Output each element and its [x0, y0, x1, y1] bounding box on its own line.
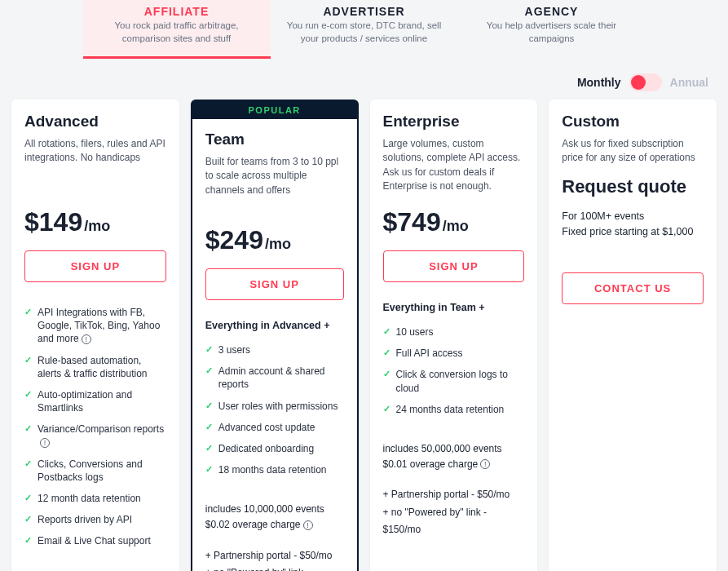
pricing-grid: Advanced All rotations, filers, rules an… [0, 100, 728, 571]
list-item: 18 months data retention [205, 459, 344, 480]
list-item: API Integrations with FB, Google, TikTok… [24, 302, 166, 350]
plan-team: POPULAR Team Built for teams from 3 to 1… [191, 100, 359, 571]
quote-sub: For 100M+ events Fixed price starting at… [562, 209, 704, 240]
plan-desc: Large volumes, custom solutions, complet… [383, 137, 525, 196]
addons-block: + Partnership portal - $50/mo + no "Powe… [383, 486, 525, 539]
includes-block: includes 50,000,000 events $0.01 overage… [383, 441, 525, 471]
billing-switch[interactable] [629, 73, 662, 91]
list-item: 24 months data retention [383, 399, 525, 420]
list-item: 10 users [383, 321, 525, 343]
list-item: Reports driven by API [24, 509, 166, 530]
request-quote-title: Request quote [562, 176, 704, 197]
addons-block: + Partnership portal - $50/mo + no "Powe… [205, 547, 344, 571]
addon-item: + no "Powered by" link - $150/mo [383, 504, 525, 539]
audience-tabs: AFFILIATE You rock paid traffic arbitrag… [0, 0, 728, 59]
plan-enterprise: Enterprise Large volumes, custom solutio… [370, 100, 538, 571]
list-item: Rule-based automation, alerts & traffic … [24, 350, 166, 384]
plan-advanced: Advanced All rotations, filers, rules an… [11, 100, 179, 571]
price-period: /mo [265, 236, 291, 253]
plan-desc: Ask us for fixed subscription price for … [562, 137, 704, 171]
tab-title: AFFILIATE [99, 5, 254, 18]
features-lead: Everything in Advanced + [205, 320, 344, 331]
feature-list: 3 users Admin account & shared reports U… [205, 339, 344, 480]
signup-button[interactable]: SIGN UP [24, 250, 166, 282]
list-item: Auto-optimization and Smartlinks [24, 384, 166, 418]
plan-name: Team [205, 131, 344, 148]
list-item: Full API access [383, 343, 525, 364]
includes-overage: $0.01 overage charge! [383, 457, 525, 472]
includes-overage: $0.02 overage charge! [205, 517, 344, 533]
billing-monthly-label[interactable]: Monthly [577, 76, 621, 89]
popular-badge: POPULAR [192, 101, 357, 119]
includes-events: includes 50,000,000 events [383, 441, 525, 457]
tab-affiliate[interactable]: AFFILIATE You rock paid traffic arbitrag… [83, 0, 271, 59]
billing-toggle: Monthly Annual [0, 59, 728, 100]
includes-block: includes 10,000,000 events $0.02 overage… [205, 502, 344, 532]
price-period: /mo [443, 218, 469, 235]
price: $249 [205, 225, 263, 255]
contact-us-button[interactable]: CONTACT US [562, 272, 704, 304]
info-icon[interactable]: ! [82, 334, 91, 344]
list-item: User roles with permissions [205, 396, 344, 417]
billing-annual-label[interactable]: Annual [670, 76, 708, 89]
info-icon[interactable]: ! [40, 438, 50, 448]
list-item: Email & Live Chat support [24, 530, 166, 551]
list-item: Advanced cost update [205, 417, 344, 438]
tab-title: ADVERTISER [287, 5, 442, 18]
feature-list: API Integrations with FB, Google, TikTok… [24, 302, 166, 552]
plan-custom: Custom Ask us for fixed subscription pri… [549, 100, 717, 571]
addon-item: + Partnership portal - $50/mo [205, 547, 344, 565]
price-row: $749 /mo [383, 207, 525, 237]
info-icon[interactable]: ! [480, 459, 490, 469]
list-item: Variance/Comparison reports! [24, 418, 166, 453]
plan-name: Custom [562, 113, 704, 131]
plan-desc: All rotations, filers, rules and API int… [24, 137, 166, 196]
tab-agency[interactable]: AGENCY You help advertisers scale their … [458, 0, 646, 59]
feature-list: 10 users Full API access Click & convers… [383, 321, 525, 420]
list-item: Click & conversion logs to cloud [383, 364, 525, 398]
tab-title: AGENCY [474, 5, 629, 18]
tab-subtitle: You rock paid traffic arbitrage, compari… [99, 20, 254, 45]
includes-events: includes 10,000,000 events [205, 502, 344, 517]
list-item: 12 month data retention [24, 488, 166, 509]
price-period: /mo [84, 218, 110, 235]
list-item: Admin account & shared reports [205, 361, 344, 395]
plan-name: Advanced [24, 113, 166, 131]
info-icon[interactable]: ! [303, 520, 313, 530]
list-item: 3 users [205, 339, 344, 361]
price: $749 [383, 207, 441, 237]
tab-subtitle: You run e-com store, DTC brand, sell you… [287, 20, 442, 45]
addon-item: + no "Powered by" link - $150/mo [205, 564, 344, 571]
plan-desc: Built for teams from 3 to 10 ppl to scal… [205, 155, 344, 214]
price-row: $249 /mo [205, 225, 344, 255]
signup-button[interactable]: SIGN UP [205, 268, 344, 300]
addon-item: + Partnership portal - $50/mo [383, 486, 525, 504]
price: $149 [24, 207, 82, 237]
price-row: $149 /mo [24, 207, 166, 237]
tab-subtitle: You help advertisers scale their campaig… [474, 20, 629, 45]
list-item: Dedicated onboarding [205, 438, 344, 459]
plan-name: Enterprise [383, 113, 525, 131]
list-item: Clicks, Conversions and Postbacks logs [24, 454, 166, 488]
features-lead: Everything in Team + [383, 302, 525, 313]
tab-advertiser[interactable]: ADVERTISER You run e-com store, DTC bran… [271, 0, 458, 59]
signup-button[interactable]: SIGN UP [383, 250, 525, 282]
